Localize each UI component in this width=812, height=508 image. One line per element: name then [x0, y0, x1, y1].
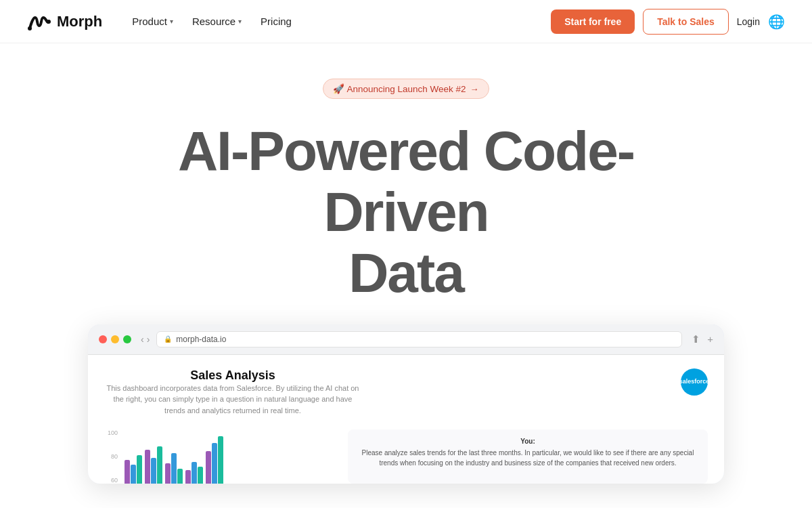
salesforce-label: salesforce	[679, 378, 710, 385]
bar	[165, 463, 171, 484]
bar	[198, 467, 203, 484]
dashboard-body: 100 80 60	[104, 429, 708, 484]
chart-bars	[125, 429, 223, 484]
url-text: morph-data.io	[176, 335, 226, 344]
bar	[157, 446, 162, 484]
announcement-text: 🚀 Announcing Launch Week #2	[333, 83, 466, 94]
resource-chevron-icon: ▾	[238, 18, 242, 25]
logo[interactable]: Morph	[27, 12, 102, 31]
bar	[171, 453, 177, 484]
forward-arrow-icon[interactable]: ›	[147, 334, 150, 345]
share-icon[interactable]: ⬆	[692, 333, 700, 345]
nav-right: Start for free Talk to Sales Login 🌐	[551, 9, 785, 35]
talk-to-sales-button[interactable]: Talk to Sales	[643, 9, 729, 35]
lock-icon: 🔒	[164, 335, 172, 343]
maximize-button-icon	[123, 335, 131, 343]
bar	[177, 469, 183, 484]
bar-group-4	[185, 462, 203, 484]
dashboard-header: Sales Analysis This dashboard incorporat…	[104, 368, 708, 426]
salesforce-badge: salesforce	[681, 368, 708, 396]
browser-content: Sales Analysis This dashboard incorporat…	[88, 355, 724, 484]
login-button[interactable]: Login	[737, 16, 760, 27]
hero-section: 🚀 Announcing Launch Week #2 → AI-Powered…	[0, 43, 812, 497]
bar-group-3	[165, 453, 183, 484]
hero-title: AI-Powered Code-Driven Data	[142, 121, 670, 304]
hero-title-line2: Data	[348, 242, 464, 303]
hero-title-line1: AI-Powered Code-Driven	[178, 120, 634, 242]
nav-left: Morph Product ▾ Resource ▾ Pricing	[27, 12, 300, 31]
browser-nav-arrows: ‹ ›	[141, 334, 150, 345]
close-button-icon	[99, 335, 107, 343]
announcement-badge[interactable]: 🚀 Announcing Launch Week #2 →	[323, 79, 489, 99]
bar	[218, 436, 223, 484]
browser-toolbar: ⬆ +	[692, 333, 713, 345]
nav-resource[interactable]: Resource ▾	[184, 12, 250, 31]
bar	[185, 470, 191, 484]
dashboard-description: This dashboard incorporates data from Sa…	[104, 383, 361, 417]
chat-area: You: Please analyze sales trends for the…	[348, 429, 708, 484]
nav-links: Product ▾ Resource ▾ Pricing	[124, 12, 300, 31]
chart-area: 100 80 60	[104, 429, 334, 484]
chat-label: You:	[356, 438, 700, 445]
product-chevron-icon: ▾	[170, 18, 173, 25]
url-bar[interactable]: 🔒 morph-data.io	[156, 331, 682, 347]
bar	[206, 451, 211, 484]
bar	[145, 450, 150, 484]
add-tab-icon[interactable]: +	[707, 333, 713, 345]
bar-group-5	[206, 436, 223, 484]
nav-product[interactable]: Product ▾	[124, 12, 181, 31]
announcement-arrow: →	[470, 84, 479, 94]
back-arrow-icon[interactable]: ‹	[141, 334, 144, 345]
minimize-button-icon	[111, 335, 119, 343]
logo-text: Morph	[57, 13, 102, 30]
browser-chrome: ‹ › 🔒 morph-data.io ⬆ +	[88, 324, 724, 355]
bar	[137, 455, 142, 484]
dashboard-title-area: Sales Analysis This dashboard incorporat…	[104, 368, 361, 426]
navbar: Morph Product ▾ Resource ▾ Pricing Start…	[0, 0, 812, 43]
bar	[131, 465, 136, 484]
bar	[191, 462, 197, 484]
browser-mockup: ‹ › 🔒 morph-data.io ⬆ + Sales Analysis T…	[88, 324, 724, 484]
nav-pricing[interactable]: Pricing	[252, 12, 300, 31]
chat-text: Please analyze sales trends for the last…	[356, 448, 700, 468]
bar	[212, 443, 217, 484]
traffic-lights	[99, 335, 131, 343]
bar-group-2	[145, 446, 162, 484]
bar	[151, 458, 156, 484]
language-globe-icon[interactable]: 🌐	[768, 14, 785, 30]
svg-point-0	[28, 26, 32, 30]
start-for-free-button[interactable]: Start for free	[551, 9, 635, 34]
logo-icon	[27, 12, 51, 31]
y-axis: 100 80 60	[104, 429, 120, 484]
bar	[125, 460, 130, 484]
dashboard-title: Sales Analysis	[104, 368, 361, 383]
bar-group-1	[125, 455, 142, 484]
svg-point-1	[47, 20, 51, 24]
